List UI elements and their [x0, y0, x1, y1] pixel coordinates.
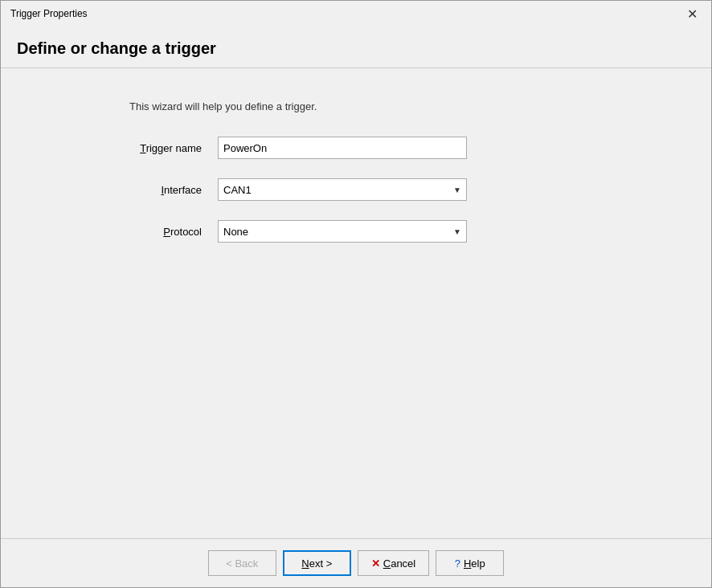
- interface-select[interactable]: CAN1 CAN2 LIN1: [219, 179, 466, 200]
- trigger-name-input[interactable]: [218, 137, 467, 159]
- protocol-select[interactable]: None J1939 CANopen: [219, 221, 466, 242]
- title-bar-text: Trigger Properties: [10, 8, 88, 19]
- interface-select-wrapper: CAN1 CAN2 LIN1 ▼: [218, 178, 467, 201]
- trigger-name-label: Trigger name: [97, 142, 202, 154]
- protocol-row: Protocol None J1939 CANopen ▼: [97, 220, 695, 243]
- next-button[interactable]: Next >: [283, 550, 351, 576]
- trigger-name-row: Trigger name: [97, 137, 695, 159]
- interface-row: Interface CAN1 CAN2 LIN1 ▼: [97, 178, 695, 201]
- interface-label: Interface: [97, 184, 202, 196]
- page-title: Define or change a trigger: [17, 39, 695, 58]
- wizard-description: This wizard will help you define a trigg…: [129, 100, 695, 112]
- cancel-button[interactable]: ✕ Cancel: [358, 550, 429, 576]
- close-button[interactable]: ✕: [682, 4, 702, 23]
- cancel-icon: ✕: [371, 557, 380, 570]
- protocol-select-wrapper: None J1939 CANopen ▼: [218, 220, 467, 243]
- dialog: Trigger Properties ✕ Define or change a …: [0, 0, 712, 588]
- help-icon: ?: [455, 557, 460, 570]
- content-area: This wizard will help you define a trigg…: [1, 68, 711, 538]
- back-button[interactable]: < Back: [208, 550, 276, 576]
- title-bar: Trigger Properties ✕: [1, 1, 711, 27]
- protocol-label: Protocol: [97, 226, 202, 238]
- help-button[interactable]: ? Help: [436, 550, 504, 576]
- footer: < Back Next > ✕ Cancel ? Help: [1, 538, 711, 587]
- header-section: Define or change a trigger: [1, 27, 711, 68]
